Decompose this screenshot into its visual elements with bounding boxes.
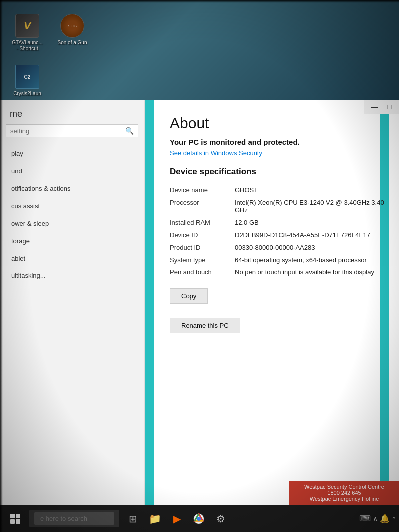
spec-row-device-name: Device name GHOST (170, 184, 387, 196)
westpac-line3: Westpac Emergency Hotline (295, 496, 393, 502)
taskbar-systray: ⌨ ∧ 🔔 ^ (359, 514, 395, 523)
desktop: V GTAVLaunc... - Shortcut SOG Son of a G… (0, 0, 399, 105)
time-display: ^ (393, 516, 395, 522)
taskbar-search-input[interactable] (34, 512, 114, 525)
son-icon-label: Son of a Gun (58, 40, 87, 46)
sidebar-item-focus[interactable]: cus assist (0, 197, 144, 215)
spec-label-product-id: Product ID (170, 241, 235, 254)
search-bar[interactable]: 🔍 (6, 124, 138, 137)
spec-value-processor: Intel(R) Xeon(R) CPU E3-1240 V2 @ 3.40GH… (235, 196, 387, 216)
spec-value-product-id: 00330-80000-00000-AA283 (235, 241, 387, 254)
settings-button[interactable]: ⚙ (211, 509, 230, 528)
keyboard-layout-icon: ⌨ (359, 514, 371, 523)
sidebar-item-sound[interactable]: und (0, 162, 144, 180)
settings-window: me 🔍 play und otifications & actions cus… (0, 100, 399, 505)
search-icon: 🔍 (125, 127, 134, 135)
file-explorer-button[interactable]: 📁 (145, 509, 164, 528)
sidebar-item-notifications[interactable]: otifications & actions (0, 180, 144, 197)
device-specs-title: Device specifications (170, 167, 387, 177)
main-content: About Your PC is monitored and protected… (145, 100, 399, 505)
crysis-icon-label: Crysis2Laun (13, 91, 41, 97)
sidebar-item-multitasking[interactable]: ultitasking... (0, 267, 144, 284)
spec-label-pen-touch: Pen and touch (170, 266, 235, 278)
spec-row-product-id: Product ID 00330-80000-00000-AA283 (170, 241, 387, 254)
vlc-button[interactable]: ▶ (167, 509, 186, 528)
search-input[interactable] (10, 127, 123, 135)
spec-row-system-type: System type 64-bit operating system, x64… (170, 254, 387, 266)
notifications-icon[interactable]: 🔔 (380, 514, 390, 523)
pc-status-text: Your PC is monitored and protected. (170, 138, 387, 146)
gtav-icon-label: GTAVLaunc... (12, 40, 42, 46)
westpac-line1: Westpac Security Control Centre (295, 484, 393, 490)
westpac-line2: 1800 242 645 (295, 490, 393, 496)
crysis-icon: C2 (15, 65, 39, 89)
spec-value-device-name: GHOST (235, 184, 387, 196)
sidebar-item-storage[interactable]: torage (0, 232, 144, 250)
window-controls: — □ (364, 100, 399, 114)
minimize-button[interactable]: — (367, 102, 381, 112)
taskbar-app-icons: ⊞ 📁 ▶ ⚙ (123, 509, 230, 528)
spec-row-device-id: Device ID D2DFB99D-D1C8-454A-A55E-D71E72… (170, 229, 387, 241)
taskbar: ⊞ 📁 ▶ ⚙ ⌨ ∧ 🔔 ^ (0, 505, 399, 532)
sidebar-home-label: me (0, 105, 144, 122)
tray-up-arrow[interactable]: ∧ (373, 515, 378, 523)
chrome-button[interactable] (189, 509, 208, 528)
windows-start-icon (10, 514, 20, 524)
maximize-button[interactable]: □ (382, 102, 396, 112)
westpac-notification: Westpac Security Control Centre 1800 242… (289, 481, 399, 505)
spec-label-ram: Installed RAM (170, 216, 235, 229)
spec-value-ram: 12.0 GB (235, 216, 387, 229)
spec-row-processor: Processor Intel(R) Xeon(R) CPU E3-1240 V… (170, 196, 387, 216)
spec-row-ram: Installed RAM 12.0 GB (170, 216, 387, 229)
son-icon: SOG (60, 14, 84, 38)
spec-label-device-name: Device name (170, 184, 235, 196)
desktop-icon-son[interactable]: SOG Son of a Gun (55, 14, 90, 52)
about-panel: About Your PC is monitored and protected… (157, 115, 387, 338)
copy-button[interactable]: Copy (170, 288, 208, 304)
gtav-icon-label2: - Shortcut (16, 46, 38, 52)
desktop-icons-row1: V GTAVLaunc... - Shortcut SOG Son of a G… (0, 9, 399, 57)
spec-label-system-type: System type (170, 254, 235, 266)
spec-table: Device name GHOST Processor Intel(R) Xeo… (170, 184, 387, 278)
sidebar-item-display[interactable]: play (0, 145, 144, 162)
about-title: About (170, 115, 387, 132)
systray-icons: ⌨ ∧ 🔔 (359, 514, 390, 523)
taskbar-search-wrapper[interactable] (29, 510, 119, 527)
svg-point-2 (197, 517, 201, 521)
spec-label-processor: Processor (170, 196, 235, 216)
sidebar-item-tablet[interactable]: ablet (0, 250, 144, 267)
spec-label-device-id: Device ID (170, 229, 235, 241)
desktop-icon-gtav[interactable]: V GTAVLaunc... - Shortcut (10, 14, 45, 52)
desktop-icon-crysis[interactable]: C2 Crysis2Laun (10, 65, 45, 97)
action-buttons: Copy Rename this PC (170, 288, 387, 338)
clock-time: ^ (393, 516, 395, 522)
gtav-icon: V (15, 14, 39, 38)
spec-row-pen-touch: Pen and touch No pen or touch input is a… (170, 266, 387, 278)
spec-value-system-type: 64-bit operating system, x64-based proce… (235, 254, 387, 266)
sidebar-nav: play und otifications & actions cus assi… (0, 145, 144, 284)
teal-bar-left (145, 100, 154, 505)
start-button[interactable] (4, 507, 26, 530)
sidebar-item-power[interactable]: ower & sleep (0, 215, 144, 232)
rename-pc-button[interactable]: Rename this PC (170, 318, 240, 333)
spec-value-device-id: D2DFB99D-D1C8-454A-A55E-D71E726F4F17 (235, 229, 387, 241)
security-link[interactable]: See details in Windows Security (170, 149, 387, 157)
task-view-button[interactable]: ⊞ (123, 509, 142, 528)
spec-value-pen-touch: No pen or touch input is available for t… (235, 266, 387, 278)
desktop-icons-row2: C2 Crysis2Laun (10, 65, 45, 97)
settings-sidebar: me 🔍 play und otifications & actions cus… (0, 100, 145, 505)
